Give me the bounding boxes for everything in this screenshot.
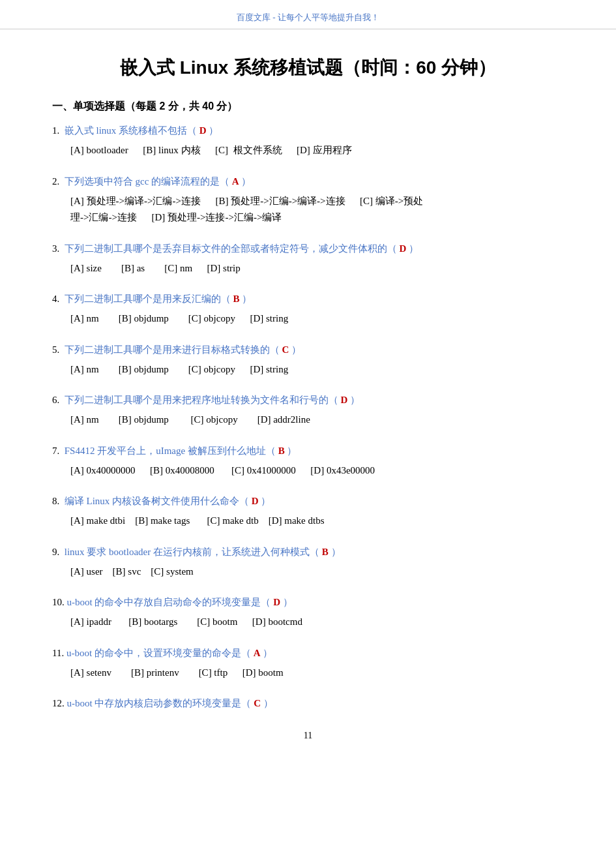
question-5-options: [A] nm [B] objdump [C] objcopy [D] strin… (70, 361, 564, 378)
question-6-options: [A] nm [B] objdump [C] objcopy [D] addr2… (70, 412, 564, 429)
question-9: 9. linux 要求 bootloader 在运行内核前，让系统进入何种模式（… (52, 544, 564, 581)
question-5: 5. 下列二进制工具哪个是用来进行目标格式转换的（ C ） [A] nm [B]… (52, 342, 564, 378)
question-2-options-2: 理->汇编->连接 [D] 预处理->连接->汇编->编译 (70, 209, 564, 226)
question-7: 7. FS4412 开发平台上，uImage 被解压到什么地址（ B ） [A]… (52, 443, 564, 479)
page-container: 嵌入式 Linux 系统移植试题（时间：60 分钟） 一、单项选择题（每题 2 … (0, 36, 616, 767)
question-12: 12. u-boot 中存放内核启动参数的环境变量是（ C ） (52, 695, 564, 711)
question-2: 2. 下列选项中符合 gcc 的编译流程的是（ A ） [A] 预处理->编译-… (52, 174, 564, 226)
question-4-text: 4. 下列二进制工具哪个是用来反汇编的（ B ） (52, 291, 564, 307)
question-1: 1. 嵌入式 linux 系统移植不包括（ D ） [A] bootloader… (52, 123, 564, 159)
question-4: 4. 下列二进制工具哪个是用来反汇编的（ B ） [A] nm [B] objd… (52, 291, 564, 327)
question-3: 3. 下列二进制工具哪个是丢弃目标文件的全部或者特定符号，减少文件体积的（ D … (52, 241, 564, 277)
question-9-text: 9. linux 要求 bootloader 在运行内核前，让系统进入何种模式（… (52, 544, 564, 560)
main-title: 嵌入式 Linux 系统移植试题（时间：60 分钟） (52, 55, 564, 80)
question-3-options: [A] size [B] as [C] nm [D] strip (70, 260, 564, 277)
question-11-options: [A] setenv [B] printenv [C] tftp [D] boo… (70, 665, 564, 682)
question-10-options: [A] ipaddr [B] bootargs [C] bootm [D] bo… (70, 614, 564, 631)
question-4-options: [A] nm [B] objdump [C] objcopy [D] strin… (70, 310, 564, 327)
page-header: 百度文库 - 让每个人平等地提升自我！ (0, 0, 616, 29)
question-7-text: 7. FS4412 开发平台上，uImage 被解压到什么地址（ B ） (52, 443, 564, 459)
question-8: 8. 编译 Linux 内核设备树文件使用什么命令（ D ） [A] make … (52, 493, 564, 530)
question-9-options: [A] user [B] svc [C] system (70, 564, 564, 581)
question-11-text: 11. u-boot 的命令中，设置环境变量的命令是（ A ） (52, 645, 564, 661)
question-1-text: 1. 嵌入式 linux 系统移植不包括（ D ） (52, 123, 564, 138)
question-10: 10. u-boot 的命令中存放自启动命令的环境变量是（ D ） [A] ip… (52, 594, 564, 631)
section-title: 一、单项选择题（每题 2 分，共 40 分） (52, 100, 564, 114)
question-7-options: [A] 0x40000000 [B] 0x40008000 [C] 0x4100… (70, 462, 564, 479)
header-text: 百度文库 - 让每个人平等地提升自我！ (237, 12, 379, 22)
question-3-text: 3. 下列二进制工具哪个是丢弃目标文件的全部或者特定符号，减少文件体积的（ D … (52, 241, 564, 256)
question-2-options-1: [A] 预处理->编译->汇编->连接 [B] 预处理->汇编->编译->连接 … (70, 193, 564, 210)
question-11: 11. u-boot 的命令中，设置环境变量的命令是（ A ） [A] sete… (52, 645, 564, 682)
question-8-text: 8. 编译 Linux 内核设备树文件使用什么命令（ D ） (52, 493, 564, 509)
question-6-text: 6. 下列二进制工具哪个是用来把程序地址转换为文件名和行号的（ D ） (52, 392, 564, 408)
question-2-text: 2. 下列选项中符合 gcc 的编译流程的是（ A ） (52, 174, 564, 189)
question-6: 6. 下列二进制工具哪个是用来把程序地址转换为文件名和行号的（ D ） [A] … (52, 392, 564, 429)
page-number: 11 (52, 731, 564, 741)
question-5-text: 5. 下列二进制工具哪个是用来进行目标格式转换的（ C ） (52, 342, 564, 357)
question-12-text: 12. u-boot 中存放内核启动参数的环境变量是（ C ） (52, 695, 564, 711)
question-10-text: 10. u-boot 的命令中存放自启动命令的环境变量是（ D ） (52, 594, 564, 610)
question-8-options: [A] make dtbi [B] make tags [C] make dtb… (70, 513, 564, 530)
question-1-options: [A] bootloader [B] linux 内核 [C] 根文件系统 [D… (70, 142, 564, 159)
